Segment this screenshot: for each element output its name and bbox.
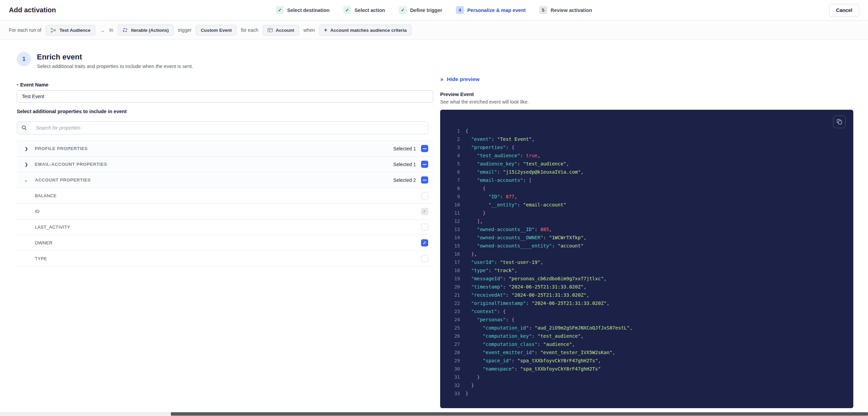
copy-button[interactable] <box>833 116 846 128</box>
preview-subtitle: See what the enriched event will look li… <box>440 99 529 105</box>
code-line: 13 "owned-accounts__ID": 885, <box>448 225 846 233</box>
context-in-word: In <box>109 27 113 33</box>
double-chevron-right-icon: » <box>440 76 443 83</box>
destination-chip-label: Iterable (Actions) <box>131 28 168 33</box>
group-row-profile-properties[interactable]: ❯ PROFILE PROPERTIES Selected 1 <box>17 141 433 157</box>
check-icon: ✓ <box>421 239 428 246</box>
code-line: 24 "personas": { <box>448 316 846 324</box>
page-title: Add activation <box>9 6 56 14</box>
group-label: EMAIL-ACCOUNT PROPERTIES <box>35 162 107 167</box>
selected-count: Selected 1 <box>393 162 416 167</box>
property-row-balance[interactable]: BALANCE <box>17 188 433 204</box>
code-line: 15 "owned-accounts____entity": "account" <box>448 242 846 250</box>
code-line: 9 "ID": 877, <box>448 192 846 201</box>
audience-chip-label: Test Audience <box>59 28 91 33</box>
code-line: 33} <box>448 389 846 398</box>
json-preview-code: 1{2 "event": "Test Event",3 "properties"… <box>440 110 853 398</box>
selected-count: Selected 2 <box>393 177 416 183</box>
group-row-account-properties[interactable]: ⌄ ACCOUNT PROPERTIES Selected 2 <box>17 172 433 188</box>
code-line: 6 "email": "j15i2ysedp@k1euxaIVia.com", <box>448 168 846 176</box>
step-review-activation[interactable]: 5 Review activation <box>539 6 592 14</box>
step-label: Review activation <box>551 8 592 13</box>
event-name-label: •Event Name <box>17 82 49 88</box>
plus-icon: + <box>324 27 327 33</box>
property-row-type[interactable]: TYPE <box>17 251 433 267</box>
property-row-last-activity[interactable]: LAST_ACTIVITY <box>17 219 433 235</box>
property-row-id[interactable]: ID ✓ <box>17 204 433 219</box>
code-line: 2 "event": "Test Event", <box>448 135 846 143</box>
code-line: 29 "space_id": "spa_tXXbfoyvCkY8rF47ghH2… <box>448 357 846 365</box>
code-line: 17 "userId": "test-user-19", <box>448 258 846 266</box>
section-number-badge: 1 <box>17 52 31 66</box>
code-line: 8 { <box>448 184 846 192</box>
hide-preview-button[interactable]: » Hide preview <box>440 76 479 83</box>
trigger-event-chip-label: Custom Event <box>201 28 232 33</box>
code-line: 5 "audience_key": "test_audience", <box>448 160 846 168</box>
group-row-email-account-properties[interactable]: ❯ EMAIL-ACCOUNT PROPERTIES Selected 1 <box>17 157 433 172</box>
code-line: 20 "timestamp": "2024-06-25T21:31:33.020… <box>448 283 846 291</box>
entity-chip-label: Account <box>276 28 294 33</box>
code-line: 32 } <box>448 381 846 389</box>
trigger-event-chip[interactable]: Custom Event <box>196 25 236 36</box>
step-label: Define trigger <box>410 8 442 13</box>
code-line: 1{ <box>448 127 846 135</box>
selected-count: Selected 1 <box>393 146 416 151</box>
json-preview-panel: 1{2 "event": "Test Event",3 "properties"… <box>440 110 853 408</box>
copy-icon <box>837 119 842 125</box>
step-label: Select destination <box>287 8 329 13</box>
audience-criteria-chip[interactable]: + Account matches audience criteria <box>319 25 411 36</box>
search-input[interactable] <box>31 122 428 134</box>
code-line: 28 "event_emitter_id": "event_tester_IVX… <box>448 348 846 357</box>
group-checkbox-indeterminate[interactable] <box>421 176 428 184</box>
code-line: 26 "computation_key": "test_audience", <box>448 332 846 340</box>
code-line: 18 "type": "track", <box>448 266 846 274</box>
property-checkbox[interactable] <box>421 255 428 262</box>
destination-chip[interactable]: Iterable (Actions) <box>118 25 173 36</box>
step-label: Personalize & map event <box>467 8 526 13</box>
step-personalize-map-event[interactable]: 4 Personalize & map event <box>456 6 526 14</box>
code-line: 11 } <box>448 209 846 217</box>
additional-properties-label: Select additional properties to include … <box>17 109 126 114</box>
required-marker: • <box>17 82 18 88</box>
enrich-event-header: 1 Enrich event Select additional traits … <box>17 52 193 69</box>
check-icon: ✓ <box>276 6 284 14</box>
cancel-button[interactable]: Cancel <box>829 4 859 16</box>
property-row-owner[interactable]: OWNER ✓ <box>17 235 433 251</box>
property-label: OWNER <box>25 240 53 245</box>
code-line: 4 "test_audience": true, <box>448 151 846 160</box>
step-define-trigger[interactable]: ✓ Define trigger <box>399 6 442 14</box>
code-line: 21 "receivedAt": "2024-06-25T21:31:33.02… <box>448 291 846 299</box>
code-line: 31 } <box>448 373 846 381</box>
wizard-steps: ✓ Select destination ✓ Select action ✓ D… <box>276 6 592 14</box>
arrow-right-icon: → <box>100 27 105 33</box>
horizontal-scrollbar-thumb[interactable] <box>171 412 868 416</box>
step-select-action[interactable]: ✓ Select action <box>343 6 385 14</box>
event-name-input[interactable] <box>17 90 433 103</box>
audience-network-icon <box>51 28 56 33</box>
top-bar: Add activation ✓ Select destination ✓ Se… <box>0 0 868 21</box>
activation-context-bar: For each run of Test Audience → In Itera… <box>0 21 868 40</box>
code-line: 30 "namespace": "spa_tXXbfoyvCkY8rF47ghH… <box>448 365 846 373</box>
code-line: 14 "owned-accounts__OWNER": "1WCWrTXfkp"… <box>448 233 846 242</box>
property-label: BALANCE <box>25 193 57 198</box>
preview-title: Preview Event <box>440 92 474 97</box>
context-trigger-word: trigger <box>178 27 192 33</box>
code-line: 12 ], <box>448 217 846 225</box>
property-list: ❯ PROFILE PROPERTIES Selected 1 ❯ EMAIL-… <box>17 140 433 267</box>
group-checkbox-indeterminate[interactable] <box>421 145 428 152</box>
audience-chip[interactable]: Test Audience <box>46 25 95 36</box>
property-checkbox-disabled[interactable]: ✓ <box>421 208 428 215</box>
property-checkbox[interactable] <box>421 192 428 199</box>
property-label: LAST_ACTIVITY <box>25 225 70 230</box>
step-label: Select action <box>354 8 385 13</box>
property-checkbox[interactable]: ✓ <box>421 239 428 246</box>
chevron-right-icon: ❯ <box>25 146 35 151</box>
check-icon: ✓ <box>421 208 428 215</box>
property-checkbox[interactable] <box>421 224 428 231</box>
iterable-logo-icon <box>122 27 128 33</box>
horizontal-scrollbar-track <box>0 412 868 416</box>
group-checkbox-indeterminate[interactable] <box>421 161 428 168</box>
step-select-destination[interactable]: ✓ Select destination <box>276 6 329 14</box>
entity-chip[interactable]: Account <box>263 25 299 36</box>
chevron-down-icon: ⌄ <box>24 178 35 183</box>
